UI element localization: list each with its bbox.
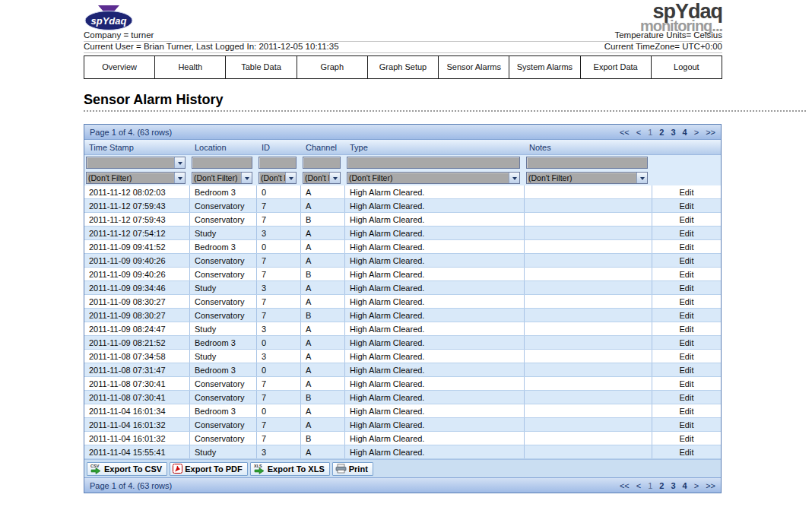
filter-mode-location[interactable]: (Don't Filter) <box>192 172 252 184</box>
edit-link[interactable]: Edit <box>652 309 721 322</box>
filter-value-id[interactable] <box>259 157 297 169</box>
column-header-location[interactable]: Location <box>190 143 257 152</box>
cell-notes <box>525 240 652 253</box>
edit-link[interactable]: Edit <box>652 281 721 294</box>
cell-location: Bedroom 3 <box>190 336 257 349</box>
cell-notes <box>525 418 652 431</box>
page-number-3[interactable]: 3 <box>671 481 675 490</box>
svg-text:XLS: XLS <box>254 464 262 468</box>
cell-location: Bedroom 3 <box>190 240 257 253</box>
edit-link[interactable]: Edit <box>652 432 721 445</box>
cell-type: High Alarm Cleared. <box>345 418 525 431</box>
cell-channel: A <box>301 240 345 253</box>
cell-notes <box>525 254 652 267</box>
nav-tab-overview[interactable]: Overview <box>84 56 155 78</box>
next-page-button[interactable]: > <box>694 481 699 490</box>
edit-link[interactable]: Edit <box>652 350 721 363</box>
cell-location: Conservatory <box>190 199 257 212</box>
page-number-3[interactable]: 3 <box>671 128 675 137</box>
edit-link[interactable]: Edit <box>652 363 721 376</box>
table-row: 2011-11-09 09:40:26 Conservatory 7 B Hig… <box>84 268 721 281</box>
next-page-button[interactable]: > <box>694 128 699 137</box>
cell-location: Conservatory <box>190 254 257 267</box>
page-number-2[interactable]: 2 <box>659 128 664 137</box>
first-page-button[interactable]: << <box>620 481 630 490</box>
nav-tab-export-data[interactable]: Export Data <box>581 56 652 78</box>
cell-notes <box>525 268 652 280</box>
nav-tab-graph[interactable]: Graph <box>297 56 368 78</box>
filter-value-type[interactable] <box>347 157 520 169</box>
column-header-notes[interactable]: Notes <box>525 143 652 152</box>
chevron-down-icon[interactable] <box>509 173 519 183</box>
edit-link[interactable]: Edit <box>652 185 721 198</box>
last-page-button[interactable]: >> <box>706 128 715 137</box>
csv-file-icon: CSV <box>90 464 102 474</box>
edit-link[interactable]: Edit <box>652 391 721 404</box>
filter-mode-notes[interactable]: (Don't Filter) <box>526 172 648 184</box>
nav-tab-table-data[interactable]: Table Data <box>226 56 297 78</box>
chevron-down-icon[interactable] <box>174 157 185 168</box>
edit-link[interactable]: Edit <box>652 445 721 458</box>
page-number-1[interactable]: 1 <box>648 481 652 490</box>
chevron-down-icon[interactable] <box>285 173 296 183</box>
export-csv-button[interactable]: CSV Export To CSV <box>87 462 167 476</box>
edit-link[interactable]: Edit <box>652 240 721 253</box>
prev-page-button[interactable]: < <box>636 481 641 490</box>
nav-tab-health[interactable]: Health <box>155 56 226 78</box>
filter-mode-id[interactable]: (Don't Filter) <box>259 172 297 184</box>
table-row: 2011-11-08 07:30:41 Conservatory 7 A Hig… <box>84 377 721 391</box>
nav-tab-sensor-alarms[interactable]: Sensor Alarms <box>439 56 509 78</box>
edit-link[interactable]: Edit <box>652 404 721 417</box>
print-button[interactable]: Print <box>332 462 373 476</box>
column-header-timestamp[interactable]: Time Stamp <box>84 143 190 152</box>
page-number-4[interactable]: 4 <box>683 128 687 137</box>
edit-link[interactable]: Edit <box>652 418 721 431</box>
edit-link[interactable]: Edit <box>652 268 721 280</box>
last-page-button[interactable]: >> <box>706 481 715 490</box>
chevron-down-icon[interactable] <box>329 173 340 183</box>
filter-value-location[interactable] <box>192 157 252 169</box>
chevron-down-icon[interactable] <box>636 173 647 183</box>
nav-tab-graph-setup[interactable]: Graph Setup <box>368 56 439 78</box>
chevron-down-icon[interactable] <box>174 173 185 183</box>
filter-value-channel[interactable] <box>303 157 341 169</box>
filter-value-notes[interactable] <box>526 157 648 169</box>
export-pdf-button[interactable]: Export To PDF <box>170 462 248 476</box>
cell-type: High Alarm Cleared. <box>345 281 525 294</box>
filter-mode-timestamp[interactable]: (Don't Filter) <box>86 172 186 184</box>
cell-location: Conservatory <box>190 213 257 226</box>
page-number-2[interactable]: 2 <box>659 481 664 490</box>
edit-link[interactable]: Edit <box>652 199 721 212</box>
nav-tab-logout[interactable]: Logout <box>652 56 722 78</box>
cell-type: High Alarm Cleared. <box>345 309 525 322</box>
cell-id: 3 <box>257 281 301 294</box>
cell-channel: A <box>301 322 345 335</box>
table-row: 2011-11-09 08:24:47 Study 3 A High Alarm… <box>84 322 721 336</box>
page-number-4[interactable]: 4 <box>683 481 687 490</box>
cell-id: 7 <box>257 254 301 267</box>
filter-mode-type[interactable]: (Don't Filter) <box>347 172 520 184</box>
page-number-1[interactable]: 1 <box>648 128 652 137</box>
cell-id: 0 <box>257 363 301 376</box>
nav-tab-system-alarms[interactable]: System Alarms <box>509 56 580 78</box>
cell-timestamp: 2011-11-09 09:34:46 <box>84 281 190 294</box>
filter-mode-channel[interactable]: (Don't Filter) <box>303 172 341 184</box>
table-row: 2011-11-09 09:34:46 Study 3 A High Alarm… <box>84 281 721 295</box>
edit-link[interactable]: Edit <box>652 322 721 335</box>
filter-value-timestamp[interactable] <box>86 157 186 169</box>
export-xls-button[interactable]: XLS Export To XLS <box>250 462 330 476</box>
edit-link[interactable]: Edit <box>652 227 721 239</box>
edit-link[interactable]: Edit <box>652 295 721 308</box>
edit-link[interactable]: Edit <box>652 377 721 390</box>
first-page-button[interactable]: << <box>620 128 630 137</box>
column-header-type[interactable]: Type <box>345 143 525 152</box>
column-header-id[interactable]: ID <box>257 143 301 152</box>
column-header-channel[interactable]: Channel <box>301 143 345 152</box>
cell-location: Conservatory <box>190 391 257 404</box>
edit-link[interactable]: Edit <box>652 213 721 226</box>
chevron-down-icon[interactable] <box>241 173 252 183</box>
edit-link[interactable]: Edit <box>652 336 721 349</box>
edit-link[interactable]: Edit <box>652 254 721 267</box>
table-row: 2011-11-04 16:01:32 Conservatory 7 A Hig… <box>84 418 721 432</box>
prev-page-button[interactable]: < <box>636 128 641 137</box>
